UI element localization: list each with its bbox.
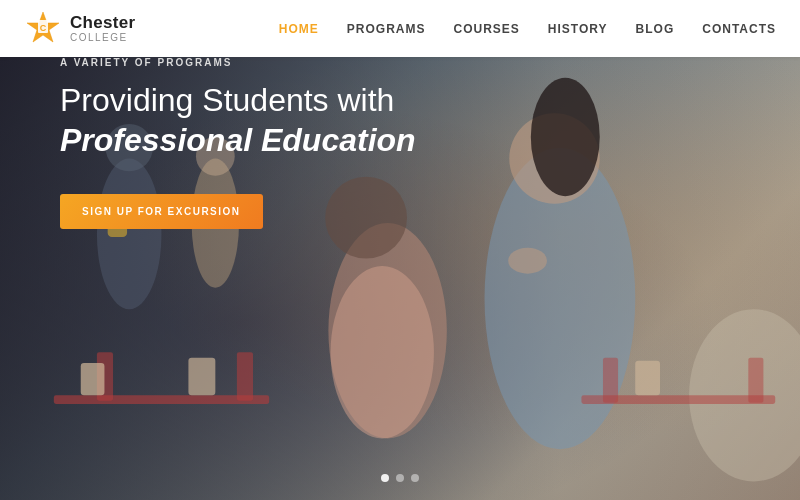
hero-title-line1: Providing Students with (60, 82, 394, 118)
dot-2[interactable] (396, 474, 404, 482)
nav-history[interactable]: HISTORY (548, 18, 608, 40)
hero-dots (381, 474, 419, 482)
dot-1[interactable] (381, 474, 389, 482)
hero-subtitle: A VARIETY OF PROGRAMS (60, 57, 420, 68)
dot-3[interactable] (411, 474, 419, 482)
svg-text:C: C (40, 23, 47, 33)
logo[interactable]: C Chester College (24, 10, 135, 48)
hero-title: Providing Students with Professional Edu… (60, 80, 420, 160)
nav-blog[interactable]: BLOG (636, 18, 675, 40)
nav-home[interactable]: HOME (279, 18, 319, 40)
logo-name: Chester (70, 14, 135, 33)
main-nav: HOME PROGRAMS COURSES HISTORY BLOG CONTA… (279, 18, 776, 40)
hero-content: A VARIETY OF PROGRAMS Providing Students… (0, 57, 420, 229)
nav-contacts[interactable]: CONTACTS (702, 18, 776, 40)
nav-programs[interactable]: PROGRAMS (347, 18, 426, 40)
logo-icon: C (24, 10, 62, 48)
cta-button[interactable]: SIGN UP FOR EXCURSION (60, 194, 263, 229)
logo-sub: College (70, 32, 135, 43)
site-header: C Chester College HOME PROGRAMS COURSES … (0, 0, 800, 57)
logo-text: Chester College (70, 14, 135, 44)
nav-courses[interactable]: COURSES (454, 18, 520, 40)
hero-title-line2: Professional Education (60, 120, 420, 160)
hero-section: A VARIETY OF PROGRAMS Providing Students… (0, 57, 800, 500)
